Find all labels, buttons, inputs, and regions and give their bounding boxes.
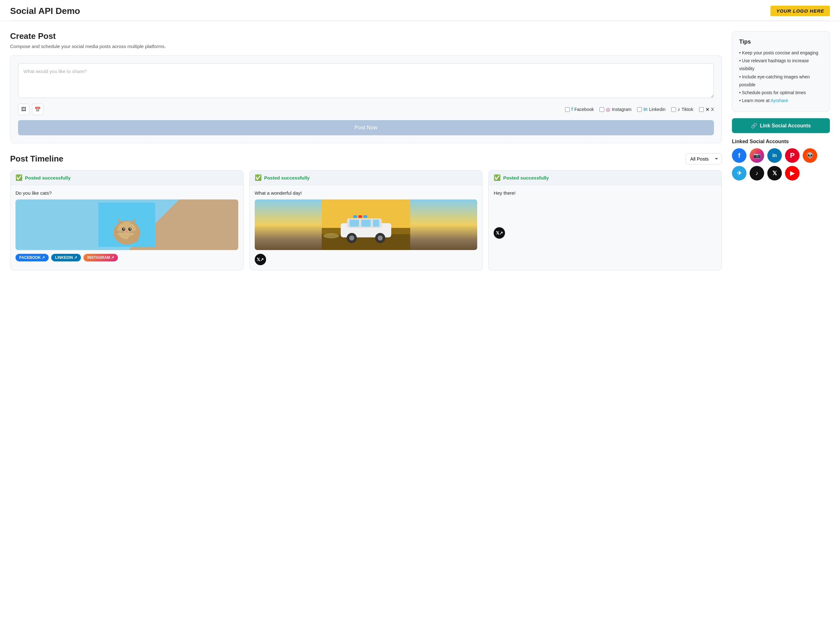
toolbar-icons: 🖼 📅 [18,104,43,115]
platform-facebook[interactable]: f Facebook [565,106,594,112]
success-icon-1: ✅ [16,174,22,181]
success-icon-2: ✅ [255,174,262,181]
tips-list: Keep your posts concise and engaging Use… [739,49,823,104]
tip-1: Keep your posts concise and engaging [739,49,823,57]
social-icon-youtube[interactable]: ▶ [785,166,799,180]
timeline-header: Post Timeline All Posts Facebook Instagr… [10,153,722,164]
svg-point-15 [134,230,140,239]
svg-rect-22 [349,220,359,227]
success-icon-3: ✅ [494,174,501,181]
posts-grid: ✅ Posted successfully Do you like cats? [10,170,722,281]
social-icon-pinterest[interactable]: P [785,148,799,163]
linkedin-icon: in [643,106,647,112]
app-title: Social API Demo [10,6,80,16]
link-button-label: Link Social Accounts [760,123,811,129]
tag-instagram-1[interactable]: INSTAGRAM ↗ [84,254,118,261]
post-card-3: ✅ Posted successfully Hey there! 𝕏↗ [488,170,722,270]
platform-x[interactable]: ✕ X [699,106,714,112]
social-icon-tiktok[interactable]: ♪ [750,166,764,180]
svg-rect-31 [363,215,367,218]
x-label: X [711,107,714,112]
tips-title: Tips [739,39,823,45]
post-now-button[interactable]: Post Now [18,120,714,135]
link-social-accounts-button[interactable]: 🔗 Link Social Accounts [732,118,830,133]
main-layout: Create Post Compose and schedule your so… [0,21,840,281]
schedule-button[interactable]: 📅 [32,104,43,115]
post-card-header-3: ✅ Posted successfully [489,171,722,185]
svg-point-5 [123,228,125,229]
facebook-label: Facebook [574,107,594,112]
success-text-1: Posted successfully [25,175,71,180]
social-icon-x[interactable]: 𝕏 [767,166,782,180]
filter-select[interactable]: All Posts Facebook Instagram Linkedin X [685,153,722,164]
linked-accounts-title: Linked Social Accounts [732,139,830,144]
tiktok-label: Tiktok [682,107,693,112]
post-text-1: Do you like cats? [16,190,238,196]
cat-svg [98,202,155,247]
post-textarea[interactable] [18,63,714,98]
post-card-header-2: ✅ Posted successfully [249,171,483,185]
post-card-body-2: What a wonderful day! [249,185,483,270]
post-card-body-3: Hey there! 𝕏↗ [489,185,722,244]
svg-point-6 [129,228,131,229]
post-card-header-1: ✅ Posted successfully [10,171,243,185]
svg-rect-24 [373,220,379,227]
success-text-3: Posted successfully [503,175,549,180]
instagram-checkbox[interactable] [600,107,604,112]
logo-badge: YOUR LOGO HERE [771,6,830,16]
tiktok-icon: ♪ [677,106,680,112]
tiktok-checkbox[interactable] [671,107,676,112]
linkedin-label: Linkedin [649,107,666,112]
post-card-2: ✅ Posted successfully What a wonderful d… [249,170,483,270]
tag-linkedin-1[interactable]: LINKEDIN ↗ [51,254,81,261]
svg-point-32 [323,233,339,238]
left-column: Create Post Compose and schedule your so… [10,31,722,281]
header: Social API Demo YOUR LOGO HERE [0,0,840,21]
svg-point-28 [377,235,383,240]
tip-4: Schedule posts for optimal times [739,89,823,97]
timeline-title: Post Timeline [10,154,63,164]
social-icon-reddit[interactable]: 👽 [803,148,817,163]
social-icon-instagram[interactable]: 📷 [750,148,764,163]
svg-point-7 [125,231,128,232]
x-checkbox[interactable] [699,107,704,112]
instagram-icon: ◎ [606,106,610,112]
x-icon: ✕ [705,106,709,112]
tip-5: Learn more at Ayrshare [739,97,823,104]
social-icon-facebook[interactable]: f [732,148,747,163]
image-upload-button[interactable]: 🖼 [18,104,29,115]
social-icon-linkedin[interactable]: in [767,148,782,163]
success-text-2: Posted successfully [264,175,310,180]
facebook-checkbox[interactable] [565,107,570,112]
post-text-2: What a wonderful day! [255,190,477,196]
link-icon: 🔗 [751,123,757,129]
tag-x-2[interactable]: 𝕏↗ [255,254,266,265]
svg-point-26 [349,235,354,240]
tips-card: Tips Keep your posts concise and engagin… [732,31,830,112]
facebook-icon: f [572,106,573,112]
tag-facebook-1[interactable]: FACEBOOK ↗ [16,254,49,261]
linkedin-checkbox[interactable] [637,107,642,112]
tag-x-3[interactable]: 𝕏↗ [494,227,505,239]
car-svg [322,199,410,250]
create-post-desc: Compose and schedule your social media p… [10,44,722,49]
compose-toolbar: 🖼 📅 f Facebook ◎ Instagram [18,104,714,115]
post-card: ✅ Posted successfully Do you like cats? [10,170,244,270]
svg-rect-29 [353,215,357,218]
create-post-title: Create Post [10,31,722,41]
social-icon-telegram[interactable]: ✈ [732,166,747,180]
post-image-2 [255,199,477,250]
platform-instagram[interactable]: ◎ Instagram [600,106,632,112]
platform-checkboxes: f Facebook ◎ Instagram in Linkedin [565,106,714,112]
post-card-body-1: Do you like cats? [10,185,243,267]
post-text-3: Hey there! [494,190,717,196]
platform-tiktok[interactable]: ♪ Tiktok [671,106,693,112]
post-tags-1: FACEBOOK ↗ LINKEDIN ↗ INSTAGRAM ↗ [16,254,238,261]
tip-2: Use relevant hashtags to increase visibi… [739,57,823,73]
social-icons-grid: f 📷 in P 👽 ✈ ♪ 𝕏 ▶ [732,148,830,180]
post-tags-3: 𝕏↗ [494,227,717,239]
ayrshare-link[interactable]: Ayrshare [771,98,788,103]
platform-linkedin[interactable]: in Linkedin [637,106,666,112]
post-image-1 [16,199,238,250]
svg-rect-30 [358,215,362,218]
